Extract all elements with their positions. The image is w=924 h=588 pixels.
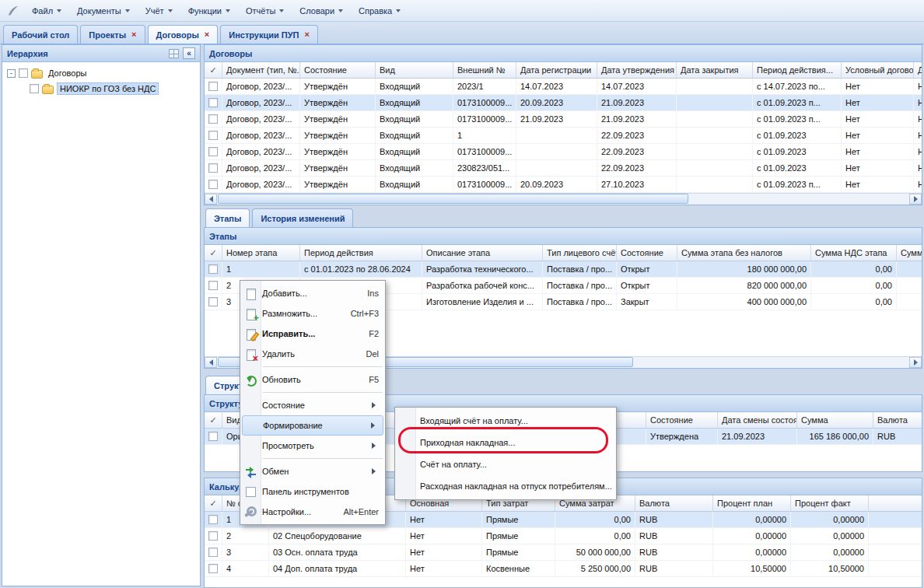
column-header[interactable]: Вид <box>376 62 453 78</box>
close-icon[interactable]: × <box>305 30 310 39</box>
close-icon[interactable]: × <box>205 30 209 39</box>
menubar-item-2[interactable]: Учёт <box>138 3 180 19</box>
row-checkbox[interactable] <box>205 294 222 310</box>
table-row[interactable]: 404 Доп. оплата трудаНетКосвенные5 250 0… <box>205 561 922 577</box>
tree-collapse-icon[interactable]: - <box>7 69 16 78</box>
row-checkbox[interactable] <box>205 429 222 444</box>
table-row[interactable]: 1с 01.01.2023 по 28.06.2024Разработка те… <box>205 261 922 278</box>
close-icon[interactable]: × <box>131 30 136 39</box>
tab-1[interactable]: Проекты× <box>80 25 145 44</box>
column-header[interactable]: Описание этапа <box>422 245 543 261</box>
column-header[interactable]: ✓ <box>205 245 222 261</box>
context-menu-item[interactable]: Настройки...Alt+Enter <box>242 502 383 522</box>
context-menu-item[interactable]: Состояние <box>242 395 383 415</box>
submenu-item[interactable]: Входящий счёт на оплату... <box>395 410 616 432</box>
horizontal-scrollbar[interactable] <box>205 193 922 205</box>
row-checkbox[interactable] <box>205 512 222 527</box>
row-checkbox[interactable] <box>205 79 222 94</box>
menubar-item-3[interactable]: Функции <box>181 3 237 19</box>
table-row[interactable]: Договор, 2023/...УтверждёнВходящий122.09… <box>205 128 922 144</box>
row-checkbox[interactable] <box>205 278 222 293</box>
tree-checkbox[interactable] <box>30 84 39 93</box>
column-header[interactable]: Период действия... <box>753 62 842 78</box>
context-menu-item[interactable]: ОбновитьF5 <box>242 369 383 390</box>
context-menu-item[interactable]: Добавить...Ins <box>242 283 383 303</box>
column-header[interactable]: Процент факт <box>791 495 869 511</box>
tab-2[interactable]: Договоры× <box>148 25 219 44</box>
menubar-item-6[interactable]: Справка <box>352 3 408 19</box>
menubar-item-0[interactable]: Файл <box>25 3 68 19</box>
tree-item[interactable]: НИОКР по ГОЗ без НДС <box>4 81 198 96</box>
tab-0[interactable]: Этапы <box>205 208 250 227</box>
column-header[interactable]: До... <box>914 62 922 78</box>
table-row[interactable]: Договор, 2023/...УтверждёнВходящий230823… <box>205 160 922 177</box>
menubar-item-5[interactable]: Словари <box>292 3 350 19</box>
column-header[interactable]: Условный договор <box>842 62 914 78</box>
row-checkbox[interactable] <box>205 160 222 176</box>
context-menu-item[interactable]: Размножить...Ctrl+F3 <box>242 303 383 324</box>
table-row[interactable]: Договор, 2023/...УтверждёнВходящий017310… <box>205 111 922 128</box>
context-menu-item[interactable]: УдалитьDel <box>242 344 383 364</box>
submenu-item[interactable]: Расходная накладная на отпуск потребител… <box>395 475 616 497</box>
column-header[interactable]: Период действия <box>300 245 422 261</box>
row-checkbox[interactable] <box>205 128 222 143</box>
context-menu-item[interactable]: Исправить...F2 <box>242 324 383 344</box>
column-header[interactable]: Состояние <box>646 412 718 428</box>
menubar-item-1[interactable]: Документы <box>70 3 137 19</box>
row-checkbox[interactable] <box>205 261 222 277</box>
column-header[interactable]: Сумма <box>797 412 873 428</box>
context-menu-item[interactable]: Панель инструментов <box>242 481 383 502</box>
column-header[interactable]: Сумма этапа без налогов <box>677 245 811 261</box>
column-header[interactable]: Валюта <box>635 495 713 511</box>
tab-1[interactable]: История изменений <box>252 208 353 227</box>
scrollbar-thumb[interactable] <box>218 194 688 204</box>
table-row[interactable]: Договор, 2023/...УтверждёнВходящий017310… <box>205 144 922 160</box>
table-row[interactable]: Договор, 2023/...УтверждёнВходящий017310… <box>205 177 922 193</box>
column-header[interactable]: Документ (тип, №... <box>222 62 300 78</box>
column-header[interactable]: Состояние <box>300 62 376 78</box>
row-checkbox[interactable] <box>205 144 222 159</box>
column-header[interactable]: Номер этапа <box>222 245 300 261</box>
scroll-left-icon[interactable] <box>205 194 217 205</box>
scroll-right-icon[interactable] <box>909 357 922 368</box>
column-header[interactable]: Сумма э... <box>897 245 922 261</box>
menubar-item-4[interactable]: Отчёты <box>239 3 291 19</box>
table-row[interactable]: Договор, 2023/...УтверждёнВходящий2023/1… <box>205 79 922 95</box>
submenu-item[interactable]: Приходная накладная... <box>395 432 616 453</box>
column-header[interactable]: Состояние <box>617 245 677 261</box>
context-menu-item[interactable]: Формирование <box>242 415 383 436</box>
collapse-panel-icon[interactable]: « <box>183 47 195 59</box>
column-header[interactable]: ✓ <box>205 495 222 511</box>
column-header[interactable]: Дата утверждения <box>597 62 677 78</box>
scroll-right-icon[interactable] <box>909 194 922 205</box>
column-header[interactable]: ✓ <box>205 412 222 428</box>
table-row[interactable]: 303 Осн. оплата трудаНетПрямые50 000 000… <box>205 544 922 561</box>
tree-item[interactable]: -Договоры <box>4 65 198 81</box>
tab-0[interactable]: Рабочий стол <box>3 25 78 44</box>
row-checkbox[interactable] <box>205 544 222 560</box>
context-menu-item[interactable]: Обмен <box>242 461 383 481</box>
row-checkbox[interactable] <box>205 95 222 110</box>
scroll-left-icon[interactable] <box>205 357 217 368</box>
column-header[interactable]: Дата смены состоя <box>718 412 797 428</box>
tab-3[interactable]: Инструкции ПУП× <box>220 25 318 44</box>
context-menu-item[interactable]: Просмотреть <box>242 436 383 456</box>
table-row[interactable]: Договор, 2023/...УтверждёнВходящий017310… <box>205 95 922 111</box>
column-header[interactable]: Дата регистрации <box>516 62 597 78</box>
table-row[interactable]: 202 СпецоборудованиеНетПрямые0,00RUB0,00… <box>205 528 922 544</box>
column-header[interactable]: Дата закрытия <box>677 62 753 78</box>
row-checkbox[interactable] <box>205 528 222 544</box>
column-header[interactable]: ✓ <box>205 62 222 78</box>
column-header[interactable]: Внешний № <box>453 62 516 78</box>
scrollbar-track[interactable] <box>217 194 909 205</box>
row-checkbox[interactable] <box>205 177 222 192</box>
row-checkbox[interactable] <box>205 561 222 576</box>
grid-settings-icon[interactable] <box>169 49 179 58</box>
column-header[interactable]: Тип лицевого счёт <box>543 245 617 261</box>
row-checkbox[interactable] <box>205 111 222 127</box>
submenu-item[interactable]: Счёт на оплату... <box>395 453 616 475</box>
column-header[interactable]: Сумма НДС этапа <box>811 245 897 261</box>
tree-checkbox[interactable] <box>19 68 28 78</box>
column-header[interactable]: Валюта <box>873 412 922 428</box>
column-header[interactable]: Процент план <box>713 495 791 511</box>
